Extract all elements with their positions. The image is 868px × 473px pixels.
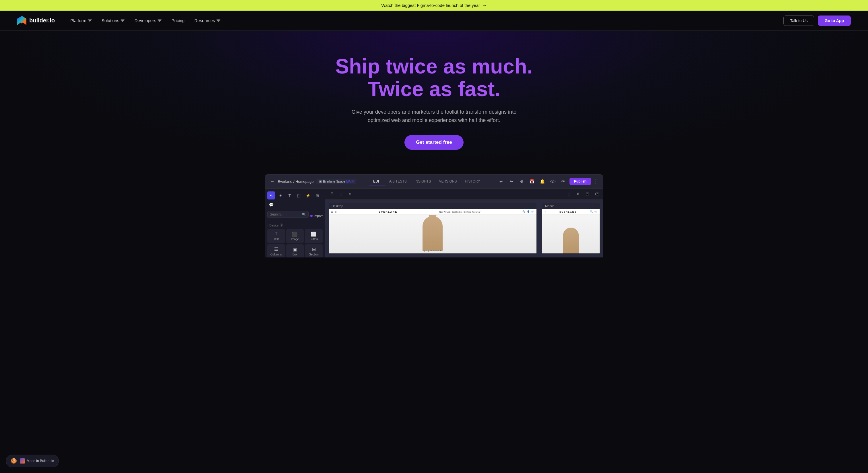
component-section[interactable]: ⊟ Section (305, 244, 322, 257)
tab-versions[interactable]: VERSIONS (435, 178, 461, 185)
hero-subtext: Give your developers and marketers the t… (345, 108, 523, 125)
announcement-bar[interactable]: Watch the biggest Figma-to-code launch o… (0, 0, 868, 11)
bell-icon-button[interactable]: 🔔 (538, 177, 547, 185)
sidebar-toolbar: ↖ ✦ T ⬚ ⚡ ⊞ 💬 (267, 191, 322, 209)
mobile-button[interactable]: 📲 (593, 190, 600, 198)
text-tool[interactable]: T (286, 191, 293, 199)
add-view-button[interactable]: ⊕ (346, 190, 354, 198)
hero-section: Ship twice as much. Twice as fast. Give … (0, 31, 868, 168)
layers-panel-tool[interactable]: ⬚ (295, 191, 303, 199)
desktop-preview-content: ☰ ⊞ EVERLANE New Arrivals Best Sellers C… (329, 209, 536, 253)
nav-right: Talk to Us Go to App (783, 15, 851, 26)
component-box[interactable]: ▣ Box (286, 244, 304, 257)
search-row: 🔍 (267, 211, 309, 218)
window-titlebar: ← Everlane / Homepage ⊞ Everlane Space M… (265, 175, 603, 189)
more-options-button[interactable]: ⋮ (593, 178, 598, 185)
tab-ab-tests[interactable]: A/B TESTS (385, 178, 411, 185)
resize-button[interactable]: ⊡ (565, 190, 572, 198)
logo-text: builder.io (29, 17, 55, 24)
hero-headline: Ship twice as much. Twice as fast. (335, 55, 533, 100)
preview-icon-button[interactable]: 👁 (559, 177, 567, 185)
section-icon: ⊟ (312, 247, 316, 252)
image-icon: ⬛ (292, 231, 298, 237)
everlane-logo: EVERLANE (379, 210, 397, 213)
desktop-label: Desktop (329, 203, 536, 209)
window-body: ↖ ✦ T ⬚ ⚡ ⊞ 💬 🔍 Import (265, 189, 603, 257)
logo-icon (17, 16, 26, 25)
nav-link-developers[interactable]: Developers (130, 16, 166, 25)
box-icon: ▣ (293, 247, 297, 252)
nav-links: Platform Solutions Developers Pricing Re… (66, 16, 224, 25)
everlane-nav-mock: ☰ ⊞ EVERLANE New Arrivals Best Sellers C… (329, 209, 536, 215)
mobile-nav-mock: ☰ EVERLANE 🔍 🛒 (542, 209, 600, 215)
mobile-preview-panel: Mobile ☰ EVERLANE 🔍 🛒 (542, 203, 600, 254)
titlebar-tabs: EDIT A/B TESTS INSIGHTS VERSIONS HISTORY (369, 178, 484, 185)
tab-edit[interactable]: EDIT (369, 178, 385, 185)
mobile-everlane-logo: EVERLANE (559, 211, 577, 213)
app-window: ← Everlane / Homepage ⊞ Everlane Space M… (265, 174, 603, 257)
layers-tool[interactable]: ✦ (276, 191, 284, 199)
columns-view-button[interactable]: ☰ (328, 190, 336, 198)
hero-headline-1: Ship twice as much. (335, 55, 533, 78)
code-icon-button[interactable]: </> (549, 177, 557, 185)
import-button[interactable]: Import (310, 214, 322, 218)
tablet-button[interactable]: 📱 (584, 190, 591, 198)
component-button[interactable]: ⬜ Button (305, 229, 322, 243)
section-label: Basics (270, 224, 279, 227)
announcement-text: Watch the biggest Figma-to-code launch o… (381, 3, 480, 8)
everlane-hamburger: ☰ ⊞ (331, 211, 337, 213)
titlebar-actions: ↩ ↪ ⚙ 📅 🔔 </> 👁 Publish ⋮ (497, 177, 598, 185)
button-icon: ⬜ (311, 231, 317, 237)
sidebar: ↖ ✦ T ⬚ ⚡ ⊞ 💬 🔍 Import (265, 189, 325, 257)
search-input[interactable] (270, 212, 302, 216)
back-button[interactable]: ← (270, 179, 275, 185)
settings-icon-button[interactable]: ⚙ (518, 177, 526, 185)
logo[interactable]: builder.io (17, 16, 55, 25)
plus-tool[interactable]: ⚡ (304, 191, 312, 199)
components-grid: T Text ⬛ Image ⬜ Button ☰ Columns (267, 229, 322, 257)
mobile-model-body (563, 228, 579, 253)
breadcrumb: Everlane / Homepage (278, 179, 314, 184)
everlane-icons-mock: 🔍 👤 🛒 (522, 210, 534, 213)
app-preview: ← Everlane / Homepage ⊞ Everlane Space M… (0, 168, 868, 257)
redo-button[interactable]: ↪ (507, 177, 516, 185)
desktop-button[interactable]: 🖥 (575, 190, 582, 198)
mobile-preview-content: ☰ EVERLANE 🔍 🛒 (542, 209, 600, 253)
space-badge: ⊞ Everlane Space MAIN (317, 179, 356, 184)
component-text[interactable]: T Text (267, 229, 285, 243)
calendar-icon-button[interactable]: 📅 (528, 177, 536, 185)
space-icon: ⊞ (319, 180, 322, 183)
canvas-area: ☰ ⊞ ⊕ ⊡ 🖥 📱 📲 Desktop (325, 189, 603, 257)
section-header: › Basics ⓘ (267, 223, 322, 227)
publish-button[interactable]: Publish (569, 178, 591, 185)
import-dot (310, 215, 313, 217)
search-icon: 🔍 (302, 213, 306, 216)
undo-button[interactable]: ↩ (497, 177, 505, 185)
nav-left: builder.io Platform Solutions Developers… (17, 16, 224, 25)
grid-view-button[interactable]: ⊞ (337, 190, 345, 198)
talk-to-us-button[interactable]: Talk to Us (783, 15, 814, 26)
component-image[interactable]: ⬛ Image (286, 229, 304, 243)
get-started-button[interactable]: Get started free (404, 135, 464, 150)
go-to-app-button[interactable]: Go to App (818, 15, 851, 26)
grid-tool[interactable]: ⊞ (313, 191, 321, 199)
text-icon: T (275, 231, 278, 236)
component-columns[interactable]: ☰ Columns (267, 244, 285, 257)
tab-insights[interactable]: INSIGHTS (411, 178, 435, 185)
info-icon: ⓘ (280, 223, 283, 227)
chat-tool[interactable]: 💬 (267, 201, 275, 209)
model-silhouette (423, 216, 443, 251)
nav-link-resources[interactable]: Resources (190, 16, 224, 25)
everlane-caption: Spring Linen Looks (423, 249, 443, 252)
canvas-content: Desktop ☰ ⊞ EVERLANE (325, 200, 603, 257)
columns-icon: ☰ (274, 247, 278, 252)
hero-headline-2: Twice as fast. (368, 77, 501, 100)
everlane-nav-links-mock: New Arrivals Best Sellers Clothing Footw… (439, 211, 480, 213)
nav-link-platform[interactable]: Platform (66, 16, 96, 25)
tab-history[interactable]: HISTORY (461, 178, 484, 185)
everlane-hero-img: Spring Linen Looks (329, 215, 536, 253)
nav-link-pricing[interactable]: Pricing (167, 16, 189, 25)
cursor-tool[interactable]: ↖ (267, 191, 275, 199)
nav-link-solutions[interactable]: Solutions (98, 16, 129, 25)
navigation: builder.io Platform Solutions Developers… (0, 11, 868, 31)
